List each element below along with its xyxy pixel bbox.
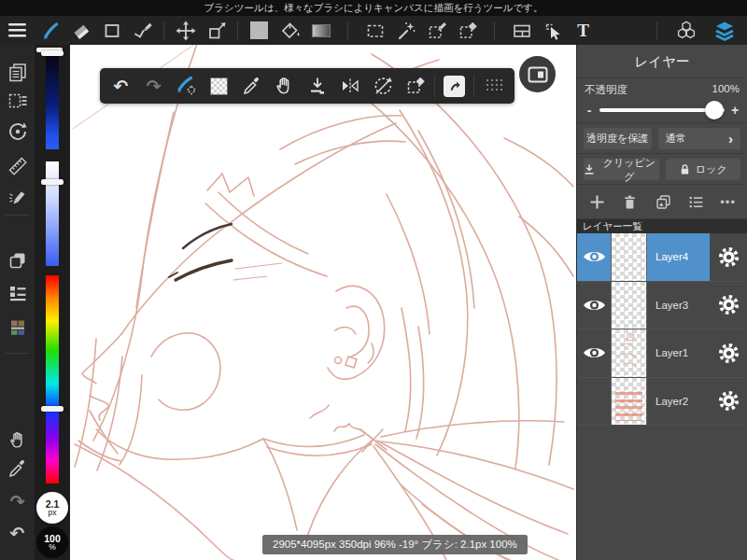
menu-button[interactable] (0, 16, 35, 45)
panel-divide-tool-button[interactable] (506, 16, 537, 45)
layer-thumbnail[interactable] (611, 329, 647, 377)
opacity-plus-button[interactable]: + (730, 103, 740, 118)
move-tool-button[interactable] (170, 16, 201, 45)
flip-horizontal-button[interactable] (333, 68, 366, 104)
object-select-tool-button[interactable] (537, 16, 568, 45)
layer-thumbnail[interactable] (611, 378, 647, 426)
visibility-toggle[interactable] (577, 329, 611, 377)
redo-button[interactable]: ↷ (137, 68, 170, 104)
opacity-slider[interactable] (599, 108, 725, 112)
canvas-status-bar: 2905*4095px 350dpi 96% -19° ブラシ: 2.1px 1… (262, 535, 528, 554)
layer-shortcut-button[interactable] (7, 282, 28, 303)
polyline-tool-button[interactable] (127, 16, 158, 45)
save-button[interactable] (301, 68, 333, 104)
eyedropper-tool-button[interactable] (7, 457, 28, 479)
hue-slider-handle[interactable] (41, 406, 63, 412)
layer-row-layer4[interactable]: Layer4 (577, 233, 747, 282)
layer-thumbnail[interactable] (611, 233, 647, 281)
saturation-slider[interactable] (46, 161, 59, 266)
layer-settings-button[interactable] (710, 233, 747, 281)
more-options-button[interactable]: ••• (720, 195, 736, 209)
rotate-canvas-button[interactable] (7, 120, 28, 142)
layer-name[interactable]: Layer1 (647, 329, 710, 377)
selection-eraser-button[interactable] (399, 68, 431, 104)
pages-button[interactable] (7, 61, 28, 82)
layer-row-layer1[interactable]: Layer1 (577, 329, 747, 378)
brush-size-unit: px (49, 509, 57, 517)
brush-eraser-toggle[interactable] (170, 68, 203, 104)
clipping-button[interactable]: クリッピング (584, 159, 659, 180)
layer-thumbnail[interactable] (611, 282, 647, 329)
duplicate-layer-button[interactable] (655, 193, 672, 211)
canvas-preview-button[interactable] (519, 56, 556, 92)
undo-button[interactable]: ↶ (105, 68, 137, 104)
palette-button[interactable] (7, 316, 28, 338)
cubes-icon (675, 20, 698, 42)
layer-settings-button[interactable] (710, 378, 747, 426)
magic-wand-tool-button[interactable] (390, 16, 421, 45)
value-slider-handle[interactable] (41, 50, 63, 56)
layers-panel-button[interactable] (709, 16, 740, 45)
transform-tool-button[interactable] (201, 16, 232, 45)
hand-tool-button[interactable] (7, 429, 28, 451)
blend-mode-button[interactable]: 通常 › (658, 128, 741, 149)
tool-hint-text: ブラシツールは、様々なブラシによりキャンバスに描画を行うツールです。 (204, 2, 543, 13)
layer-name[interactable]: Layer2 (647, 378, 710, 426)
brush-size-badge[interactable]: 2.1 px (36, 492, 68, 524)
hand-button[interactable] (268, 68, 301, 104)
color-swatch-button[interactable] (244, 16, 275, 45)
transparent-color-button[interactable] (203, 68, 235, 104)
text-tool-button[interactable]: T (568, 16, 599, 45)
layer-settings-button[interactable] (710, 329, 747, 377)
bucket-tool-button[interactable] (275, 16, 305, 45)
select-eraser-tool-button[interactable] (452, 16, 483, 45)
reset-rotation-button[interactable] (366, 68, 399, 104)
material-panel-button[interactable] (438, 68, 471, 104)
layer-row-layer2[interactable]: Layer2 (577, 378, 747, 427)
opacity-minus-button[interactable]: - (585, 103, 594, 118)
hue-slider[interactable] (46, 275, 59, 483)
blend-mode-label: 通常 (666, 132, 686, 146)
materials-button[interactable] (670, 16, 701, 45)
layer-list-button[interactable] (687, 193, 705, 211)
layer-row-layer3[interactable]: Layer3 (577, 282, 747, 330)
zoom-badge[interactable]: 100 % (36, 526, 68, 558)
selection-menu-button[interactable] (7, 90, 28, 111)
tool-hint-bar: ブラシツールは、様々なブラシによりキャンバスに描画を行うツールです。 (0, 0, 747, 16)
thumbnail-sketch-marks (612, 329, 646, 377)
visibility-toggle-off[interactable] (577, 378, 611, 426)
undo-side-button[interactable]: ↶ (7, 523, 28, 544)
trash-icon (621, 193, 639, 211)
eraser-tool-button[interactable] (65, 16, 96, 45)
decoration-brush-button[interactable] (7, 188, 28, 209)
visibility-toggle[interactable] (577, 282, 611, 329)
protect-alpha-button[interactable]: 透明度を保護 (584, 128, 652, 149)
opacity-slider-knob[interactable] (705, 101, 724, 119)
layer-name[interactable]: Layer3 (647, 282, 710, 329)
save-icon (307, 76, 328, 96)
transform-icon (206, 21, 227, 41)
toolbar-drag-handle[interactable] (477, 68, 510, 104)
canvas[interactable]: ↶ ↷ (70, 45, 576, 560)
gradient-tool-button[interactable] (305, 16, 336, 45)
layer-name[interactable]: Layer4 (647, 233, 710, 281)
panel-divide-icon (512, 21, 532, 41)
add-layer-button[interactable] (588, 193, 606, 211)
delete-layer-button[interactable] (621, 193, 639, 211)
saturation-slider-handle[interactable] (41, 179, 63, 185)
draw-tools-group (35, 16, 158, 45)
value-slider[interactable] (46, 54, 59, 149)
visibility-toggle[interactable] (577, 233, 611, 281)
redo-side-button[interactable]: ↷ (7, 491, 28, 512)
shape-tool-button[interactable] (96, 16, 127, 45)
lock-button[interactable]: ロック (666, 159, 741, 180)
layer-settings-button[interactable] (710, 282, 747, 329)
eyedropper-icon (7, 458, 28, 479)
ruler-button[interactable] (7, 155, 28, 176)
eyedropper-button[interactable] (235, 68, 268, 104)
select-pen-tool-button[interactable] (421, 16, 452, 45)
brush-tool-button[interactable] (35, 16, 65, 45)
select-rect-tool-button[interactable] (359, 16, 390, 45)
gear-icon (718, 390, 740, 412)
clone-button[interactable] (7, 248, 28, 270)
